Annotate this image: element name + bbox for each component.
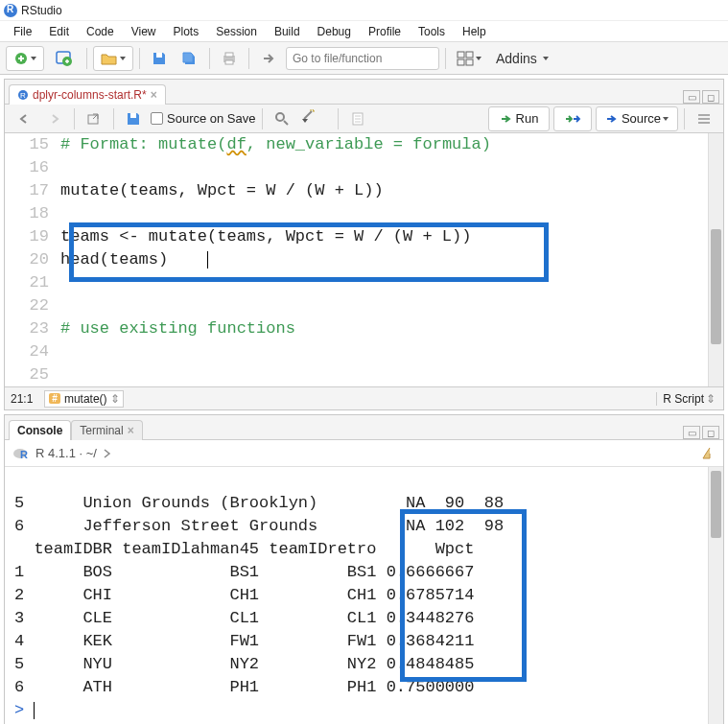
run-label: Run [516,111,539,126]
close-tab-icon[interactable]: × [151,88,157,102]
maximize-pane-icon[interactable]: ◻ [702,426,719,439]
current-function: mutate() [64,392,107,406]
panes-icon [457,51,474,66]
addins-button[interactable]: Addins [496,51,549,66]
code-text [60,340,708,363]
code-text: head(teams) [60,250,168,269]
svg-text:R: R [20,449,28,460]
run-icon [500,113,513,125]
new-project-button[interactable] [48,46,81,71]
chevron-right-icon[interactable] [103,449,112,458]
rstudio-logo-icon [4,4,17,17]
maximize-pane-icon[interactable]: ◻ [702,90,719,104]
menu-plots[interactable]: Plots [166,23,207,40]
arrow-right-icon [48,112,61,126]
console-prompt[interactable]: > [14,701,34,719]
code-text [60,363,708,386]
line-number: 18 [5,202,60,225]
menu-debug[interactable]: Debug [310,23,359,40]
menu-file[interactable]: File [6,23,39,40]
console-line: 2 CHI CH1 CH1 0.6785714 [14,586,474,604]
run-button[interactable]: Run [488,106,550,131]
goto-file-input[interactable]: Go to file/function [286,47,439,70]
save-icon [152,51,167,66]
file-type: R Script [663,392,704,406]
line-number: 17 [5,179,60,202]
save-button[interactable] [146,46,173,71]
updown-icon: ⇕ [110,392,120,406]
updown-icon: ⇕ [706,392,716,406]
save-all-button[interactable] [176,46,203,71]
console-line: 4 KEK FW1 FW1 0.3684211 [14,632,474,650]
save-source-button[interactable] [120,106,147,131]
editor-scrollbar[interactable] [708,133,723,386]
code-section-selector[interactable]: # mutate() ⇕ [44,390,123,408]
console-output[interactable]: 5 Union Grounds (Brooklyn) NA 90 88 6 Je… [5,467,708,724]
menu-tools[interactable]: Tools [411,23,453,40]
line-number: 25 [5,363,60,386]
menu-session[interactable]: Session [208,23,265,40]
popout-button[interactable] [81,106,107,131]
console-line: 6 ATH PH1 PH1 0.7500000 [14,678,474,696]
code-line-20: head(teams) [60,248,708,271]
line-number: 24 [5,340,60,363]
source-tab[interactable]: R dplyr-columns-start.R* × [9,84,166,105]
close-tab-icon[interactable]: × [128,424,134,437]
console-panel: Console Terminal × ▭ ◻ R R 4.1.1 · ~/ 5 … [4,414,724,724]
file-type-selector[interactable]: R Script ⇕ [656,392,717,406]
scrollbar-thumb[interactable] [711,471,721,538]
console-line: 1 BOS BS1 BS1 0.6666667 [14,563,474,581]
minimize-pane-icon[interactable]: ▭ [683,90,700,104]
print-icon [221,51,238,66]
goto-file-placeholder: Go to file/function [293,52,382,65]
menu-build[interactable]: Build [267,23,308,40]
new-project-icon [55,50,74,67]
new-file-icon [13,51,29,66]
save-icon [126,111,141,127]
find-button[interactable] [269,106,295,131]
magic-wand-button[interactable] [299,106,332,131]
new-file-button[interactable] [6,46,44,71]
addins-label: Addins [496,51,537,66]
window-titlebar: RStudio [0,0,728,21]
outline-button[interactable] [691,106,717,131]
minimize-pane-icon[interactable]: ▭ [683,426,700,439]
menu-profile[interactable]: Profile [361,23,409,40]
arrow-right-icon [261,51,276,66]
source-statusbar: 21:1 # mutate() ⇕ R Script ⇕ [5,386,723,409]
code-text: df [226,135,246,153]
menu-edit[interactable]: Edit [41,23,77,40]
console-line: 5 NYU NY2 NY2 0.4848485 [14,655,474,673]
nav-forward-button[interactable] [41,106,68,131]
svg-rect-3 [156,53,162,58]
open-file-button[interactable] [93,46,133,71]
code-text [60,156,708,179]
goto-button[interactable] [255,46,282,71]
compile-report-button[interactable] [344,106,371,131]
rscript-icon: R [17,89,29,101]
rerun-button[interactable] [553,106,592,131]
line-number: 23 [5,317,60,340]
line-number: 20 [5,248,60,271]
main-toolbar: Go to file/function Addins [0,42,728,75]
svg-rect-13 [88,115,98,124]
nav-back-button[interactable] [11,106,37,131]
menu-code[interactable]: Code [79,23,122,40]
clear-console-button[interactable] [700,446,716,461]
scrollbar-thumb[interactable] [711,229,721,344]
terminal-tab[interactable]: Terminal × [71,420,142,440]
source-editor[interactable]: 15# Format: mutate(df, new_variable = fo… [5,133,708,386]
source-button[interactable]: Source [596,106,678,131]
svg-rect-10 [466,59,473,65]
app-title: RStudio [21,4,62,17]
console-header: R R 4.1.1 · ~/ [5,440,723,467]
print-button[interactable] [216,46,243,71]
source-on-save-checkbox[interactable] [151,112,163,125]
console-scrollbar[interactable] [708,467,723,724]
code-text [60,294,708,317]
menu-view[interactable]: View [124,23,164,40]
menu-help[interactable]: Help [455,23,494,40]
console-tab[interactable]: Console [9,420,71,440]
panes-button[interactable] [452,46,486,71]
source-on-save-label: Source on Save [167,111,256,126]
